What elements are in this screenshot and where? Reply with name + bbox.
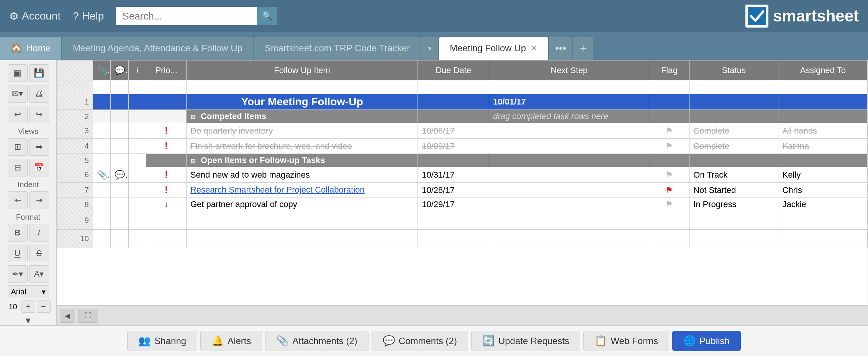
italic-button[interactable]: I (29, 224, 49, 242)
followup-cell[interactable]: Do quarterly inventory (186, 123, 418, 139)
font-color-button[interactable]: A▾ (29, 265, 49, 283)
indent-right-button[interactable]: ⇥ (29, 191, 49, 209)
followup-cell[interactable]: Get partner approval of copy (186, 198, 418, 211)
update-requests-button[interactable]: 🔄 Update Requests (471, 331, 580, 351)
followup-cell[interactable]: Your Meeting Follow-Up (186, 94, 418, 110)
col-header-followup[interactable]: Follow Up Item (186, 60, 418, 80)
underline-button[interactable]: U (8, 245, 28, 262)
strikethrough-button[interactable]: S (29, 245, 49, 262)
followup-cell[interactable]: Finish artwork for brochure, web, and vi… (186, 139, 418, 154)
table-row[interactable]: 7 ! Research Smartsheet for Project Coll… (57, 183, 868, 198)
comments-button[interactable]: 💬 Comments (2) (372, 331, 468, 351)
col-header-rownum (57, 60, 93, 80)
tab-dropdown-arrow[interactable]: ▾ (421, 37, 438, 60)
priority-cell: ! (146, 167, 187, 183)
row7-followup-link[interactable]: Research Smartsheet for Project Collabor… (190, 185, 365, 194)
tab-home[interactable]: 🏠 Home (0, 37, 61, 60)
toolbar-scroll-down[interactable]: ▼ (0, 314, 56, 325)
col-header-nextstep[interactable]: Next Step (489, 60, 649, 80)
undo-button[interactable]: ↩ (8, 106, 28, 123)
followup-cell[interactable]: Send new ad to web magazines (186, 167, 418, 183)
table-row[interactable]: 3 ! Do quarterly inventory 10/06/17 (57, 123, 868, 139)
table-row[interactable]: 10 (57, 230, 868, 248)
sharing-button[interactable]: 👥 Sharing (127, 331, 197, 351)
table-row[interactable]: 5 ⊟ Open Items or Follow-up Tasks (57, 154, 868, 167)
flag-red-icon: ⚑ (665, 185, 673, 195)
col-header-comment[interactable]: 💬 (111, 60, 128, 80)
bold-button[interactable]: B (8, 224, 28, 242)
followup-cell[interactable]: Research Smartsheet for Project Collabor… (186, 183, 418, 198)
web-forms-button[interactable]: 📋 Web Forms (583, 331, 669, 351)
font-selector[interactable]: Arial ▾ (8, 285, 49, 298)
col-header-attach[interactable]: 📎 (93, 60, 110, 80)
rownum-cell: 6 (57, 167, 93, 183)
tab-more-button[interactable]: ••• (549, 37, 572, 60)
table-row[interactable]: 2 ⊟ Competed Items drag completed task r… (57, 110, 868, 123)
font-size-decrease[interactable]: − (37, 300, 51, 313)
search-button[interactable]: 🔍 (257, 7, 277, 25)
card-view-button[interactable]: ⊟ (8, 159, 28, 176)
collapse-icon[interactable]: ⊟ (190, 158, 195, 164)
status-cell: In Progress (689, 198, 778, 211)
highlight-button[interactable]: ✒▾ (8, 265, 28, 283)
comment-cell[interactable]: 💬 (111, 167, 128, 183)
redo-button[interactable]: ↪ (29, 106, 49, 123)
toolbar-row-undo: ↩ ↪ (0, 104, 56, 125)
print-icon: 🖨 (35, 89, 43, 99)
indent-left-button[interactable]: ⇤ (8, 191, 28, 209)
col-header-duedate[interactable]: Due Date (418, 60, 489, 80)
tab-close-button[interactable]: ✕ (531, 43, 537, 53)
logo-text: smartsheet (773, 7, 859, 25)
col-header-priority[interactable]: Prio... (146, 60, 187, 80)
fit-page-button[interactable]: ⛶ (78, 309, 98, 323)
tab-add-button[interactable]: + (573, 37, 593, 60)
col-header-status[interactable]: Status (689, 60, 778, 80)
email-icon: ✉▾ (12, 89, 23, 99)
gantt-view-button[interactable]: ➡ (29, 138, 49, 156)
info-cell (128, 80, 146, 94)
table-row[interactable]: 1 Your Meeting Follow-Up 10/01/17 (57, 94, 868, 110)
nextstep-cell[interactable]: 10/01/17 (489, 94, 649, 110)
tab-meeting-followup[interactable]: Meeting Follow Up ✕ (439, 37, 548, 60)
col-header-flag[interactable]: Flag (649, 60, 689, 80)
status-cell (689, 80, 778, 94)
tab-trp-tracker[interactable]: Smartsheet.com TRP Code Tracker (254, 37, 421, 60)
duedate-cell (418, 154, 489, 167)
followup-cell[interactable]: ⊟ Open Items or Follow-up Tasks (186, 154, 418, 167)
tab-home-label: Home (26, 43, 51, 54)
col-header-assigned[interactable]: Assigned To (778, 60, 868, 80)
rownum-cell: 7 (57, 183, 93, 198)
row1-followup-text: Your Meeting Follow-Up (241, 96, 363, 108)
priority-icon: ! (165, 169, 168, 180)
followup-cell[interactable]: ⊟ Competed Items (186, 110, 418, 123)
attach-cell[interactable]: 📎 (93, 167, 110, 183)
nextstep-cell (489, 211, 649, 230)
calendar-view-button[interactable]: 📅 (29, 159, 49, 176)
save-button[interactable]: 💾 (29, 64, 49, 82)
email-button[interactable]: ✉▾ (8, 85, 28, 103)
attach-cell (93, 154, 110, 167)
publish-button[interactable]: 🌐 Publish (672, 331, 741, 351)
grid-view-button[interactable]: ⊞ (8, 138, 28, 156)
table-row[interactable]: 4 ! Finish artwork for brochure, web, an… (57, 139, 868, 154)
search-input[interactable] (116, 7, 257, 25)
flag-icon: ⚑ (665, 199, 673, 209)
table-row[interactable]: 8 ↓ Get partner approval of copy 10/29/1… (57, 198, 868, 211)
spreadsheet[interactable]: 📎 💬 i Prio... Follow Up Item Due Date (57, 60, 868, 305)
rownum-cell: 5 (57, 154, 93, 167)
attachments-button[interactable]: 📎 Attachments (2) (265, 331, 368, 351)
scroll-left-button[interactable]: ◀ (60, 309, 75, 323)
collapse-icon[interactable]: ⊟ (190, 114, 195, 120)
font-size-increase[interactable]: + (21, 300, 35, 313)
print-button[interactable]: 🖨 (29, 85, 49, 103)
new-sheet-button[interactable]: ▣ (8, 64, 28, 82)
tab-meeting-agenda[interactable]: Meeting Agenda, Attendance & Follow Up (62, 37, 253, 60)
nextstep-cell (489, 80, 649, 94)
table-row[interactable]: 9 (57, 211, 868, 230)
table-row[interactable]: 6 📎 💬 ! Send new ad to web magazines 10/… (57, 167, 868, 183)
help-menu[interactable]: ? Help (73, 10, 104, 22)
account-menu[interactable]: ⚙ Account (9, 10, 61, 23)
alerts-button[interactable]: 🔔 Alerts (200, 331, 262, 351)
col-header-info[interactable]: i (128, 60, 146, 80)
duedate-header-label: Due Date (436, 65, 471, 75)
